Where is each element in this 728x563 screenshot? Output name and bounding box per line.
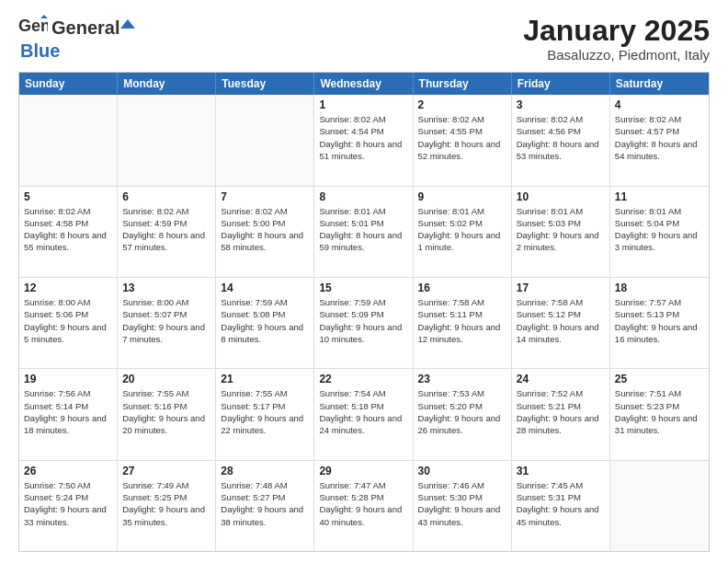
day-info: Sunrise: 8:02 AM Sunset: 4:58 PM Dayligh… [24, 205, 112, 254]
day-3: 3Sunrise: 8:02 AM Sunset: 4:56 PM Daylig… [512, 95, 610, 185]
day-12: 12Sunrise: 8:00 AM Sunset: 5:06 PM Dayli… [19, 278, 118, 368]
day-21: 21Sunrise: 7:55 AM Sunset: 5:17 PM Dayli… [216, 369, 314, 459]
logo-text: General [51, 17, 136, 39]
main-title: January 2025 [523, 15, 710, 47]
day-info: Sunrise: 7:59 AM Sunset: 5:08 PM Dayligh… [221, 296, 309, 345]
day-info: Sunrise: 8:02 AM Sunset: 4:56 PM Dayligh… [517, 113, 605, 162]
week-5: 26Sunrise: 7:50 AM Sunset: 5:24 PM Dayli… [19, 461, 709, 551]
day-13: 13Sunrise: 8:00 AM Sunset: 5:07 PM Dayli… [118, 278, 216, 368]
day-info: Sunrise: 8:00 AM Sunset: 5:06 PM Dayligh… [24, 296, 112, 345]
header-saturday: Saturday [610, 73, 709, 95]
day-number: 8 [319, 190, 407, 203]
day-number: 23 [418, 373, 506, 385]
day-info: Sunrise: 7:51 AM Sunset: 5:23 PM Dayligh… [615, 387, 704, 436]
day-info: Sunrise: 7:58 AM Sunset: 5:12 PM Dayligh… [517, 296, 605, 345]
day-number: 15 [319, 282, 407, 294]
day-info: Sunrise: 8:02 AM Sunset: 5:00 PM Dayligh… [221, 205, 309, 254]
day-info: Sunrise: 8:00 AM Sunset: 5:07 PM Dayligh… [122, 296, 210, 345]
day-info: Sunrise: 8:01 AM Sunset: 5:03 PM Dayligh… [517, 205, 605, 254]
day-info: Sunrise: 7:52 AM Sunset: 5:21 PM Dayligh… [517, 387, 605, 436]
day-number: 17 [517, 282, 605, 294]
day-number: 7 [221, 190, 309, 203]
day-number: 6 [122, 190, 210, 203]
day-2: 2Sunrise: 8:02 AM Sunset: 4:55 PM Daylig… [414, 95, 512, 185]
day-number: 25 [615, 373, 704, 385]
day-number: 28 [221, 465, 309, 477]
logo-icon: General [18, 15, 48, 40]
day-14: 14Sunrise: 7:59 AM Sunset: 5:08 PM Dayli… [216, 278, 314, 368]
header-wednesday: Wednesday [314, 73, 413, 95]
day-number: 4 [615, 98, 704, 111]
svg-marker-2 [120, 19, 135, 29]
day-27: 27Sunrise: 7:49 AM Sunset: 5:25 PM Dayli… [118, 461, 216, 551]
day-number: 12 [24, 282, 112, 294]
title-block: January 2025 Basaluzzo, Piedmont, Italy [523, 15, 710, 63]
day-info: Sunrise: 8:02 AM Sunset: 4:57 PM Dayligh… [615, 113, 704, 162]
empty-cell [19, 95, 118, 185]
logo-blue-text: Blue [20, 40, 60, 62]
day-number: 16 [418, 282, 506, 294]
day-number: 20 [122, 373, 210, 385]
day-31: 31Sunrise: 7:45 AM Sunset: 5:31 PM Dayli… [512, 461, 610, 551]
day-number: 18 [615, 282, 704, 294]
day-22: 22Sunrise: 7:54 AM Sunset: 5:18 PM Dayli… [314, 369, 413, 459]
day-number: 2 [418, 98, 506, 111]
day-info: Sunrise: 8:01 AM Sunset: 5:04 PM Dayligh… [615, 205, 704, 254]
day-info: Sunrise: 7:59 AM Sunset: 5:09 PM Dayligh… [319, 296, 407, 345]
day-info: Sunrise: 7:46 AM Sunset: 5:30 PM Dayligh… [418, 479, 506, 528]
day-18: 18Sunrise: 7:57 AM Sunset: 5:13 PM Dayli… [610, 278, 709, 368]
day-info: Sunrise: 7:56 AM Sunset: 5:14 PM Dayligh… [24, 387, 112, 436]
week-3: 12Sunrise: 8:00 AM Sunset: 5:06 PM Dayli… [19, 278, 709, 369]
header-sunday: Sunday [19, 73, 118, 95]
header-friday: Friday [512, 73, 610, 95]
day-25: 25Sunrise: 7:51 AM Sunset: 5:23 PM Dayli… [610, 369, 709, 459]
week-2: 5Sunrise: 8:02 AM Sunset: 4:58 PM Daylig… [19, 187, 709, 278]
day-23: 23Sunrise: 7:53 AM Sunset: 5:20 PM Dayli… [414, 369, 512, 459]
day-number: 24 [517, 373, 605, 385]
day-number: 9 [418, 190, 506, 203]
day-6: 6Sunrise: 8:02 AM Sunset: 4:59 PM Daylig… [118, 187, 216, 277]
day-info: Sunrise: 7:55 AM Sunset: 5:16 PM Dayligh… [122, 387, 210, 436]
day-number: 1 [319, 98, 407, 111]
day-info: Sunrise: 7:58 AM Sunset: 5:11 PM Dayligh… [418, 296, 506, 345]
day-info: Sunrise: 8:02 AM Sunset: 4:59 PM Dayligh… [122, 205, 210, 254]
day-info: Sunrise: 8:01 AM Sunset: 5:02 PM Dayligh… [418, 205, 506, 254]
calendar: Sunday Monday Tuesday Wednesday Thursday… [18, 72, 710, 552]
day-info: Sunrise: 7:45 AM Sunset: 5:31 PM Dayligh… [517, 479, 605, 528]
day-number: 26 [24, 465, 112, 477]
day-number: 29 [319, 465, 407, 477]
day-1: 1Sunrise: 8:02 AM Sunset: 4:54 PM Daylig… [314, 95, 413, 185]
header-thursday: Thursday [414, 73, 512, 95]
day-9: 9Sunrise: 8:01 AM Sunset: 5:02 PM Daylig… [414, 187, 512, 277]
logo-triangle-icon [120, 19, 135, 34]
day-number: 19 [24, 373, 112, 385]
week-1: 1Sunrise: 8:02 AM Sunset: 4:54 PM Daylig… [19, 95, 709, 186]
calendar-body: 1Sunrise: 8:02 AM Sunset: 4:54 PM Daylig… [19, 95, 709, 551]
day-info: Sunrise: 8:02 AM Sunset: 4:55 PM Dayligh… [418, 113, 506, 162]
day-number: 11 [615, 190, 704, 203]
day-5: 5Sunrise: 8:02 AM Sunset: 4:58 PM Daylig… [19, 187, 118, 277]
day-19: 19Sunrise: 7:56 AM Sunset: 5:14 PM Dayli… [19, 369, 118, 459]
day-number: 21 [221, 373, 309, 385]
day-number: 5 [24, 190, 112, 203]
day-16: 16Sunrise: 7:58 AM Sunset: 5:11 PM Dayli… [414, 278, 512, 368]
day-info: Sunrise: 7:49 AM Sunset: 5:25 PM Dayligh… [122, 479, 210, 528]
day-info: Sunrise: 7:57 AM Sunset: 5:13 PM Dayligh… [615, 296, 704, 345]
day-26: 26Sunrise: 7:50 AM Sunset: 5:24 PM Dayli… [19, 461, 118, 551]
day-10: 10Sunrise: 8:01 AM Sunset: 5:03 PM Dayli… [512, 187, 610, 277]
day-30: 30Sunrise: 7:46 AM Sunset: 5:30 PM Dayli… [414, 461, 512, 551]
day-11: 11Sunrise: 8:01 AM Sunset: 5:04 PM Dayli… [610, 187, 709, 277]
day-number: 3 [517, 98, 605, 111]
day-info: Sunrise: 7:53 AM Sunset: 5:20 PM Dayligh… [418, 387, 506, 436]
sub-title: Basaluzzo, Piedmont, Italy [523, 47, 710, 63]
header: General General Blue January 2025 Basalu… [18, 15, 710, 63]
day-number: 31 [517, 465, 605, 477]
day-info: Sunrise: 7:50 AM Sunset: 5:24 PM Dayligh… [24, 479, 112, 528]
day-15: 15Sunrise: 7:59 AM Sunset: 5:09 PM Dayli… [314, 278, 413, 368]
day-17: 17Sunrise: 7:58 AM Sunset: 5:12 PM Dayli… [512, 278, 610, 368]
day-number: 27 [122, 465, 210, 477]
svg-text:General: General [18, 17, 48, 35]
day-8: 8Sunrise: 8:01 AM Sunset: 5:01 PM Daylig… [314, 187, 413, 277]
day-20: 20Sunrise: 7:55 AM Sunset: 5:16 PM Dayli… [118, 369, 216, 459]
day-28: 28Sunrise: 7:48 AM Sunset: 5:27 PM Dayli… [216, 461, 314, 551]
